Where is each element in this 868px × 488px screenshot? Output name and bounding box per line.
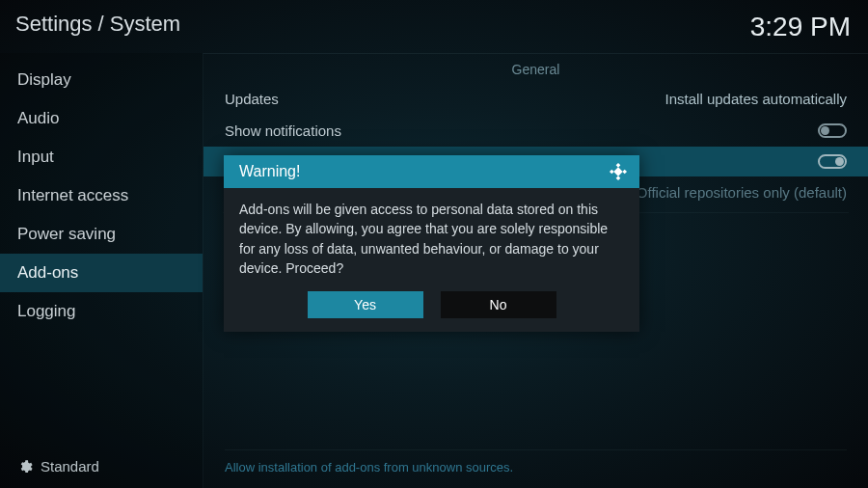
svg-rect-1: [616, 176, 621, 180]
svg-rect-0: [616, 163, 621, 168]
footer-hint: Allow installation of add-ons from unkno…: [225, 449, 847, 474]
sidebar-item-power-saving[interactable]: Power saving: [0, 215, 203, 254]
sidebar-item-internet-access[interactable]: Internet access: [0, 176, 203, 215]
toggle-off-icon[interactable]: [818, 123, 847, 138]
kodi-logo-icon: [609, 162, 628, 181]
setting-value: Official repositories only (default): [637, 184, 847, 201]
breadcrumb: Settings / System: [15, 12, 180, 37]
setting-value: Install updates automatically: [665, 91, 847, 107]
clock: 3:29 PM: [750, 12, 851, 42]
dialog-actions: Yes No: [224, 291, 639, 332]
setting-row-notifications[interactable]: Show notifications: [203, 115, 868, 147]
sidebar-item-addons[interactable]: Add-ons: [0, 254, 203, 292]
top-bar: Settings / System 3:29 PM: [0, 0, 868, 50]
setting-label: Updates: [225, 91, 279, 107]
yes-button[interactable]: Yes: [308, 291, 423, 318]
sidebar-item-audio[interactable]: Audio: [0, 99, 203, 138]
setting-row-updates[interactable]: Updates Install updates automatically: [203, 83, 868, 115]
svg-rect-4: [613, 167, 622, 176]
sidebar-item-logging[interactable]: Logging: [0, 292, 203, 331]
gear-icon: [17, 459, 33, 474]
settings-level-button[interactable]: Standard: [17, 458, 99, 474]
svg-rect-2: [610, 170, 614, 175]
dialog-title: Warning!: [239, 163, 300, 180]
warning-dialog: Warning! Add-ons will be given access to…: [224, 155, 639, 332]
svg-rect-3: [622, 170, 627, 175]
dialog-body: Add-ons will be given access to personal…: [224, 188, 639, 291]
settings-level-label: Standard: [41, 458, 99, 474]
settings-sidebar: Display Audio Input Internet access Powe…: [0, 53, 203, 488]
toggle-on-icon[interactable]: [818, 154, 847, 169]
setting-label: Show notifications: [225, 122, 341, 139]
dialog-titlebar: Warning!: [224, 155, 639, 188]
section-header-general: General: [203, 54, 868, 83]
sidebar-item-input[interactable]: Input: [0, 138, 203, 176]
sidebar-item-display[interactable]: Display: [0, 61, 203, 99]
no-button[interactable]: No: [441, 291, 556, 318]
